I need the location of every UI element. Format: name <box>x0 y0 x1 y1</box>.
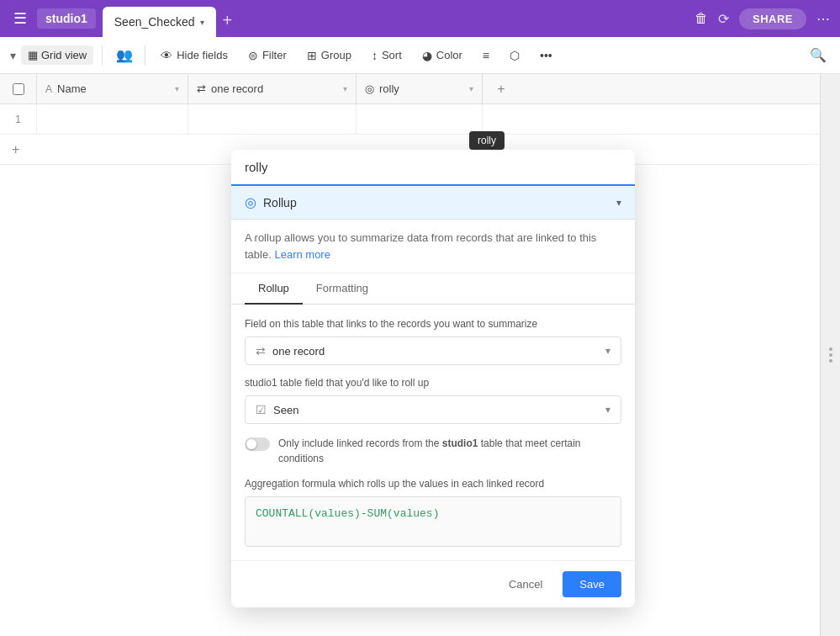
trash-icon[interactable]: 🗑 <box>695 11 708 26</box>
add-tab-button[interactable]: + <box>223 11 233 30</box>
dot3 <box>829 359 832 363</box>
name-field-icon: A <box>45 83 52 95</box>
field-description: A rollup allows you to summarize data fr… <box>231 220 635 273</box>
rollup-type-icon: ◎ <box>245 194 256 210</box>
name-column-label: Name <box>57 82 87 95</box>
linked-field-icon: ⇄ <box>197 82 206 95</box>
header-linked[interactable]: ⇄ one record ▾ <box>188 74 357 103</box>
rolly-column-label: rolly <box>379 82 399 95</box>
color-icon: ◕ <box>422 49 432 62</box>
rolly-col-chevron[interactable]: ▾ <box>469 84 473 93</box>
row-number: 1 <box>0 104 37 134</box>
toggle-text-bold: studio1 <box>442 437 478 449</box>
field-type-left: ◎ Rollup <box>245 194 297 210</box>
field-type-label: Rollup <box>263 196 297 209</box>
view-toggle-icon[interactable]: ▾ <box>10 49 16 62</box>
share-view-icon: ⬡ <box>510 49 520 62</box>
table-select-left: ☑ Seen <box>256 403 298 416</box>
linked-field-select[interactable]: ⇄ one record ▾ <box>245 337 621 365</box>
row1-rolly[interactable] <box>357 104 483 134</box>
menu-icon[interactable]: ☰ <box>10 6 30 31</box>
history-icon[interactable]: ⟳ <box>718 11 729 27</box>
modal-tabs: Rollup Formatting <box>231 273 635 305</box>
save-button[interactable]: Save <box>563 571 621 597</box>
row-height-button[interactable]: ≡ <box>474 45 498 66</box>
linked-field-value: one record <box>272 345 325 358</box>
hide-fields-button[interactable]: 👁 Hide fields <box>152 45 236 66</box>
more-toolbar-button[interactable]: ••• <box>531 45 561 66</box>
formula-section: Aggregation formula which rolls up the v… <box>245 478 621 547</box>
main-area: A Name ▾ ⇄ one record ▾ ◎ rolly ▾ + 1 <box>0 74 840 636</box>
tab-rollup[interactable]: Rollup <box>245 273 303 305</box>
resize-handle[interactable] <box>829 347 832 363</box>
row-height-icon: ≡ <box>483 49 489 62</box>
table-area: A Name ▾ ⇄ one record ▾ ◎ rolly ▾ + 1 <box>0 74 820 636</box>
hide-fields-icon: 👁 <box>161 49 172 62</box>
sort-label: Sort <box>382 49 402 61</box>
tooltip: rolly <box>469 131 505 150</box>
tab-chevron: ▾ <box>200 18 204 27</box>
table-field-chevron: ▾ <box>605 404 610 416</box>
view-label: Grid view <box>41 49 87 61</box>
group-button[interactable]: ⊞ Group <box>298 45 360 66</box>
group-icon: ⊞ <box>307 49 317 62</box>
table-field-label: studio1 table field that you'd like to r… <box>245 377 621 389</box>
divider <box>102 45 103 66</box>
toggle-text-prefix: Only include linked records from the <box>278 437 442 449</box>
filter-button[interactable]: ⊜ Filter <box>240 45 295 66</box>
name-col-chevron[interactable]: ▾ <box>175 84 179 93</box>
field-name-input[interactable] <box>231 150 635 186</box>
linked-column-label: one record <box>211 82 263 95</box>
hide-fields-label: Hide fields <box>177 49 228 61</box>
linked-field-chevron: ▾ <box>605 345 610 357</box>
rolly-field-icon: ◎ <box>365 82 374 95</box>
row1-linked[interactable] <box>188 104 357 134</box>
grid-view-button[interactable]: ▦ Grid view <box>21 45 93 65</box>
header-name: A Name ▾ <box>37 74 188 103</box>
sort-icon: ↕ <box>372 49 378 62</box>
active-tab[interactable]: Seen_Checked ▾ <box>103 7 216 37</box>
formula-box[interactable]: COUNTALL(values)-SUM(values) <box>245 496 621 547</box>
color-label: Color <box>436 49 462 61</box>
conditions-toggle[interactable] <box>245 437 270 451</box>
more-options-icon[interactable]: ⋯ <box>816 11 830 27</box>
select-all-checkbox[interactable] <box>13 83 24 95</box>
toolbar-right: 🔍 <box>806 44 830 66</box>
table-field-select[interactable]: ☑ Seen ▾ <box>245 395 621 424</box>
search-button[interactable]: 🔍 <box>806 44 830 66</box>
filter-label: Filter <box>262 49 287 61</box>
linked-select-left: ⇄ one record <box>256 344 325 358</box>
learn-more-link[interactable]: Learn more <box>274 248 330 261</box>
add-column-button[interactable]: + <box>483 74 520 103</box>
toggle-knob <box>246 439 256 449</box>
cancel-button[interactable]: Cancel <box>495 571 556 597</box>
dot2 <box>829 353 832 357</box>
app-name[interactable]: studio1 <box>37 8 96 29</box>
share-button[interactable]: SHARE <box>739 8 806 29</box>
toolbar: ▾ ▦ Grid view 👥 👁 Hide fields ⊜ Filter ⊞… <box>0 37 840 74</box>
grid-icon: ▦ <box>28 49 38 61</box>
divider2 <box>145 45 145 66</box>
people-icon[interactable]: 👥 <box>111 44 138 66</box>
share-view-button[interactable]: ⬡ <box>501 45 528 66</box>
linked-field-label: Field on this table that links to the re… <box>245 318 621 330</box>
header-rolly[interactable]: ◎ rolly ▾ <box>357 74 483 103</box>
table-field-icon: ☑ <box>256 403 267 416</box>
modal-footer: Cancel Save <box>231 560 635 607</box>
filter-icon: ⊜ <box>248 49 258 62</box>
right-panel <box>820 74 840 636</box>
top-bar-right: 🗑 ⟳ SHARE ⋯ <box>695 8 830 29</box>
field-type-chevron: ▾ <box>616 197 621 209</box>
field-type-selector[interactable]: ◎ Rollup ▾ <box>231 186 635 220</box>
sort-button[interactable]: ↕ Sort <box>363 45 410 66</box>
dot1 <box>829 347 832 351</box>
header-checkbox[interactable] <box>0 74 37 103</box>
tab-formatting[interactable]: Formatting <box>303 273 382 305</box>
conditions-toggle-row: Only include linked records from the stu… <box>245 436 621 466</box>
table-row: 1 <box>0 104 820 135</box>
row1-name[interactable] <box>37 104 188 134</box>
group-label: Group <box>321 49 351 61</box>
color-button[interactable]: ◕ Color <box>414 45 471 66</box>
linked-col-chevron[interactable]: ▾ <box>343 84 347 93</box>
table-header: A Name ▾ ⇄ one record ▾ ◎ rolly ▾ + <box>0 74 820 104</box>
